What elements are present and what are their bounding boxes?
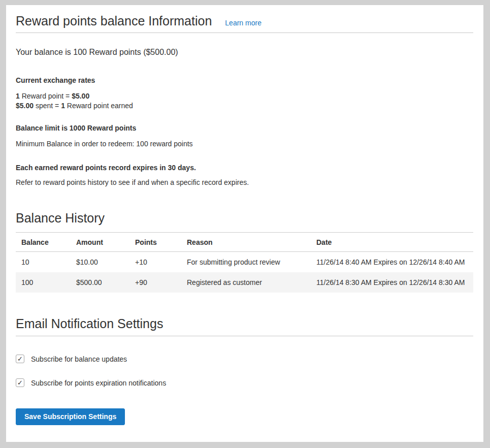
exchange-rate-line-1: 1 Reward point = $5.00 bbox=[16, 91, 473, 101]
header: Reward points balance Information Learn … bbox=[16, 13, 473, 28]
cell-amount: $500.00 bbox=[71, 272, 129, 293]
learn-more-link[interactable]: Learn more bbox=[225, 19, 262, 27]
balance-summary-text: Your balance is 100 Reward points ($500.… bbox=[16, 47, 473, 58]
exchange-line2-text2: Reward point earned bbox=[65, 102, 133, 110]
column-header-balance: Balance bbox=[16, 233, 71, 252]
balance-history-table: Balance Amount Points Reason Date 10 $10… bbox=[16, 232, 473, 293]
exchange-line2-text1: spent = bbox=[34, 102, 61, 110]
column-header-points: Points bbox=[129, 233, 181, 252]
subscribe-expiration-row: ✓ Subscribe for points expiration notifi… bbox=[16, 378, 473, 387]
exchange-rates-lines: 1 Reward point = $5.00 $5.00 spent = 1 R… bbox=[16, 91, 473, 111]
table-row: 100 $500.00 +90 Registered as customer 1… bbox=[16, 272, 473, 293]
table-row: 10 $10.00 +10 For submitting product rev… bbox=[16, 252, 473, 273]
page-background: Reward points balance Information Learn … bbox=[0, 0, 490, 448]
table-header-row: Balance Amount Points Reason Date bbox=[16, 233, 473, 252]
cell-points: +90 bbox=[129, 272, 181, 293]
cell-points: +10 bbox=[129, 252, 181, 273]
cell-reason: For submitting product review bbox=[181, 252, 311, 273]
subscribe-balance-updates-row: ✓ Subscribe for balance updates bbox=[16, 355, 473, 363]
column-header-date: Date bbox=[311, 233, 473, 252]
column-header-reason: Reason bbox=[181, 233, 311, 252]
expiration-note: Refer to reward points history to see if… bbox=[16, 178, 473, 187]
page-title: Reward points balance Information bbox=[16, 13, 212, 28]
cell-amount: $10.00 bbox=[71, 252, 129, 273]
exchange-line2-bold2: 1 bbox=[61, 102, 65, 110]
balance-limit-heading: Balance limit is 1000 Reward points bbox=[16, 124, 473, 133]
header-divider bbox=[16, 33, 473, 33]
cell-balance: 100 bbox=[16, 272, 71, 293]
expiration-notifications-checkbox[interactable]: ✓ bbox=[16, 378, 24, 387]
exchange-line1-bold1: 1 bbox=[16, 92, 20, 100]
exchange-line1-text1: Reward point = bbox=[20, 92, 72, 100]
balance-updates-checkbox[interactable]: ✓ bbox=[16, 355, 24, 363]
cell-balance: 10 bbox=[16, 252, 71, 273]
cell-date: 11/26/14 8:30 AM Expires on 12/26/14 8:3… bbox=[311, 272, 473, 293]
exchange-rates-heading: Current exchange rates bbox=[16, 76, 473, 85]
cell-date: 11/26/14 8:40 AM Expires on 12/26/14 8:4… bbox=[311, 252, 473, 273]
email-settings-title: Email Notification Settings bbox=[16, 316, 473, 331]
checkmark-icon: ✓ bbox=[17, 356, 23, 362]
column-header-amount: Amount bbox=[71, 233, 129, 252]
balance-updates-label[interactable]: Subscribe for balance updates bbox=[31, 355, 127, 363]
minimum-redeem-note: Minimum Balance in order to redeem: 100 … bbox=[16, 140, 473, 148]
exchange-rate-line-2: $5.00 spent = 1 Reward point earned bbox=[16, 101, 473, 111]
reward-points-card: Reward points balance Information Learn … bbox=[6, 5, 483, 442]
expiration-notifications-label[interactable]: Subscribe for points expiration notifica… bbox=[31, 379, 166, 387]
checkmark-icon: ✓ bbox=[17, 379, 23, 386]
email-settings-divider bbox=[16, 336, 473, 336]
balance-history-title: Balance History bbox=[16, 210, 473, 226]
expiration-heading: Each earned reward points record expires… bbox=[16, 164, 473, 172]
exchange-line2-bold1: $5.00 bbox=[16, 102, 34, 110]
cell-reason: Registered as customer bbox=[181, 272, 311, 293]
exchange-line1-bold2: $5.00 bbox=[72, 92, 89, 100]
save-subscription-settings-button[interactable]: Save Subscription Settings bbox=[16, 408, 125, 425]
